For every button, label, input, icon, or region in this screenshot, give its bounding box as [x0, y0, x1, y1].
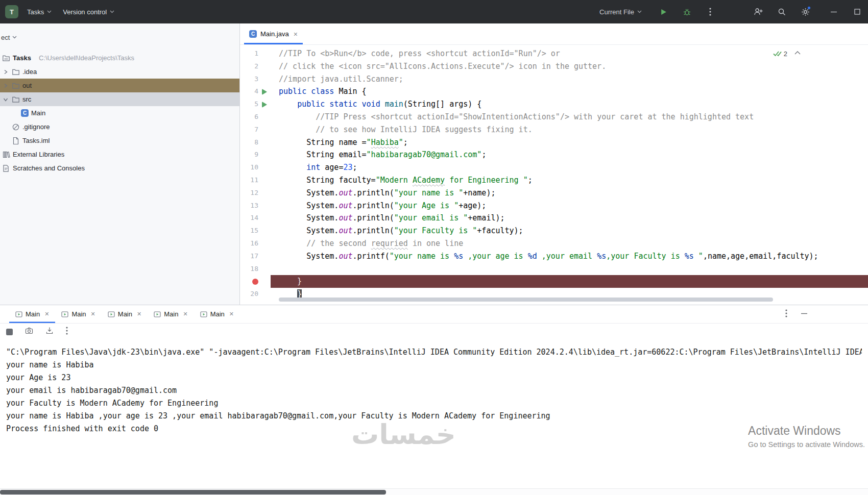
code-line[interactable]: 15 System.out.println("your Faculty is "… [240, 225, 868, 237]
run-gutter-icon[interactable] [258, 98, 271, 111]
more-options-icon[interactable] [66, 327, 68, 337]
gutter-line-number[interactable]: 17 [240, 250, 258, 263]
close-tab-icon[interactable]: ✕ [137, 311, 141, 317]
gutter-line-number[interactable]: 8 [240, 136, 258, 149]
close-tab-icon[interactable]: ✕ [183, 311, 187, 317]
code-line[interactable]: } [240, 275, 868, 288]
run-gutter-icon[interactable] [258, 85, 271, 98]
tree-item-external-libraries[interactable]: External Libraries [0, 147, 239, 161]
settings-button[interactable] [800, 6, 811, 17]
camera-icon[interactable] [25, 327, 33, 337]
gutter-line-number[interactable]: 2 [240, 60, 258, 73]
scrollbar-thumb[interactable] [0, 490, 386, 494]
tree-item-out[interactable]: out [0, 79, 239, 92]
console-line: your email is habibaragab70@gmail.com [6, 384, 862, 397]
chevron-up-icon[interactable] [794, 51, 801, 55]
run-button[interactable] [658, 6, 669, 17]
gutter-line-number[interactable]: 18 [240, 263, 258, 276]
code-editor[interactable]: 1//TIP To <b>Run</b> code, press <shortc… [240, 45, 868, 305]
activate-windows-title: Activate Windows [748, 424, 865, 438]
run-tab-2[interactable]: Main✕ [55, 305, 101, 323]
maximize-window-button[interactable] [852, 6, 863, 17]
code-line[interactable]: 8 String name ="Habiba"; [240, 136, 868, 149]
code-line[interactable]: 3//import java.util.Scanner; [240, 73, 868, 86]
gutter-line-number[interactable]: 13 [240, 200, 258, 212]
gutter-line-number[interactable]: 11 [240, 174, 258, 187]
inspections-widget[interactable]: 2 [773, 50, 787, 58]
gutter-line-number[interactable]: 5 [240, 98, 258, 111]
project-selector[interactable]: Tasks [23, 6, 55, 18]
export-icon[interactable] [45, 327, 54, 337]
tree-item-src[interactable]: src [0, 92, 239, 106]
tree-item-main[interactable]: CMain [0, 106, 239, 120]
more-actions-button[interactable] [705, 6, 716, 17]
gutter-line-number[interactable]: 20 [240, 288, 258, 301]
stop-icon[interactable] [6, 329, 13, 335]
code-line[interactable]: 9 String email="habibaragab70@gmail.com"… [240, 148, 868, 161]
search-everywhere-button[interactable] [776, 6, 787, 17]
run-tab-3[interactable]: Main✕ [102, 305, 148, 323]
code-with-me-button[interactable] [753, 6, 764, 17]
gutter-line-number[interactable]: 10 [240, 161, 258, 174]
editor-tab-main-java[interactable]: C Main.java × [244, 23, 303, 44]
code-line[interactable]: 17 System.out.printf("your name is %s ,y… [240, 250, 868, 263]
vcs-widget[interactable]: Version control [59, 6, 118, 18]
gutter-line-number[interactable]: 4 [240, 85, 258, 98]
run-tab-1[interactable]: Main✕ [9, 305, 55, 323]
code-line-text: String name ="Habiba"; [271, 136, 868, 149]
code-line[interactable]: 6 //TIP Press <shortcut actionId="ShowIn… [240, 111, 868, 123]
code-line[interactable]: 4public class Main { [240, 85, 868, 98]
code-line[interactable]: 10 int age=23; [240, 161, 868, 174]
close-tab-icon[interactable]: ✕ [44, 311, 49, 317]
console-line: your name is Habiba [6, 359, 862, 372]
hide-panel-icon[interactable] [801, 310, 808, 319]
gutter-line-number[interactable]: 6 [240, 111, 258, 123]
project-panel-header[interactable]: ect [0, 23, 239, 51]
editor-horizontal-scrollbar[interactable] [279, 298, 773, 302]
code-line[interactable]: 11 String faculty="Modern ACademy for En… [240, 174, 868, 187]
gutter-line-number[interactable]: 12 [240, 187, 258, 200]
gutter-spacer [258, 250, 271, 263]
code-line[interactable]: 2// click the <icon src="AllIcons.Action… [240, 60, 868, 73]
code-line[interactable]: 16 // the second requried in one line [240, 237, 868, 250]
code-line[interactable]: 14 System.out.println("your email is "+e… [240, 212, 868, 225]
gutter-line-number[interactable]: 9 [240, 148, 258, 161]
run-tab-4[interactable]: Main✕ [148, 305, 194, 323]
minimize-window-button[interactable] [828, 6, 839, 17]
run-configuration-selector[interactable]: Current File [596, 6, 645, 18]
run-tab-5[interactable]: Main✕ [194, 305, 240, 323]
code-line[interactable]: 13 System.out.println("your Age is "+age… [240, 200, 868, 212]
code-line[interactable]: 12 System.out.println("your name is "+na… [240, 187, 868, 200]
code-line[interactable]: 18 [240, 263, 868, 276]
chevron-right-icon[interactable] [2, 69, 9, 75]
code-line[interactable]: 5 public static void main(String[] args)… [240, 98, 868, 111]
project-selector-label: Tasks [27, 8, 44, 16]
console-horizontal-scrollbar[interactable] [0, 488, 868, 495]
chevron-down-icon[interactable] [2, 97, 9, 102]
tree-item--gitignore[interactable]: .gitignore [0, 120, 239, 134]
code-line[interactable]: 7 // to see how IntelliJ IDEA suggests f… [240, 123, 868, 136]
chevron-right-icon[interactable] [2, 83, 9, 88]
gutter-spacer [258, 136, 271, 149]
gutter-line-number[interactable] [240, 275, 258, 288]
project-icon[interactable]: T [5, 5, 18, 18]
gutter-line-number[interactable]: 16 [240, 237, 258, 250]
close-tab-icon[interactable]: ✕ [91, 311, 95, 317]
tree-item-tasks[interactable]: TasksC:\Users\dell\IdeaProjects\Tasks [0, 51, 239, 65]
close-tab-icon[interactable]: × [294, 30, 298, 38]
tree-item-scratches-and-consoles[interactable]: Scratches and Consoles [0, 161, 239, 175]
more-icon[interactable] [785, 309, 787, 319]
tree-item-label: src [22, 95, 31, 103]
tree-item--idea[interactable]: .idea [0, 65, 239, 79]
gutter-line-number[interactable]: 7 [240, 123, 258, 136]
breakpoint-icon[interactable] [252, 279, 258, 285]
editor-area: C Main.java × 1//TIP To <b>Run</b> code,… [240, 23, 868, 305]
gutter-line-number[interactable]: 1 [240, 47, 258, 60]
gutter-line-number[interactable]: 15 [240, 225, 258, 237]
close-tab-icon[interactable]: ✕ [229, 311, 234, 317]
tree-item-tasks-iml[interactable]: Tasks.iml [0, 134, 239, 147]
gutter-line-number[interactable]: 14 [240, 212, 258, 225]
editor-tab-label: Main.java [260, 30, 289, 38]
debug-button[interactable] [681, 6, 692, 17]
gutter-line-number[interactable]: 3 [240, 73, 258, 86]
